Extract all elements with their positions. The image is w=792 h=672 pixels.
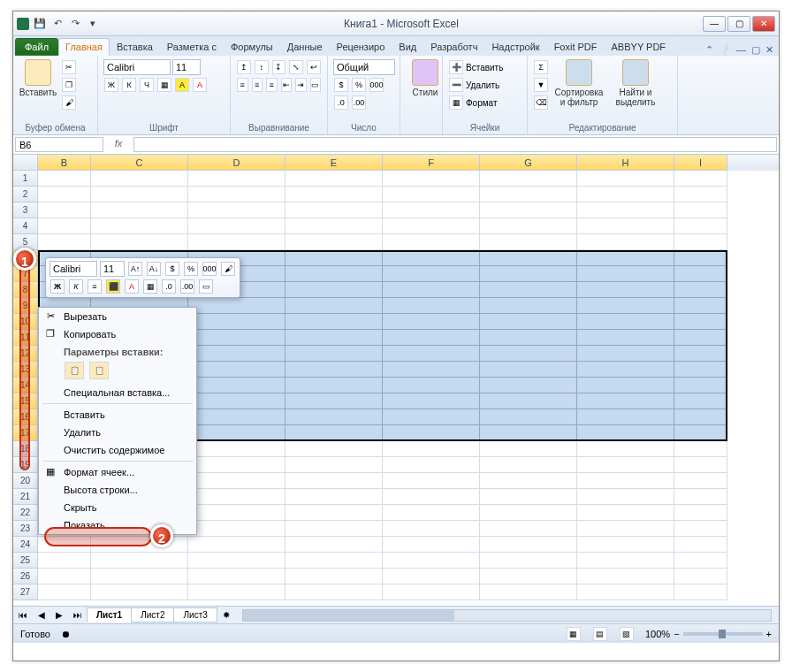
cell[interactable] [91,584,188,600]
merge-icon[interactable]: ▭ [310,78,322,92]
help-icon[interactable]: ❔ [719,44,731,56]
cell[interactable] [188,187,286,202]
mini-border-icon[interactable]: ▦ [143,279,157,294]
cell[interactable] [383,330,480,346]
cell[interactable] [91,187,188,202]
currency-icon[interactable]: $ [334,78,348,92]
ctx-copy[interactable]: ❐Копировать [39,325,196,343]
zoom-in-icon[interactable]: + [766,629,772,639]
new-sheet-icon[interactable]: ✸ [217,610,235,620]
fill-color-icon[interactable]: A [175,78,189,92]
cell[interactable] [577,457,674,473]
cell[interactable] [480,378,577,393]
mini-fontcolor-icon[interactable]: A [125,279,139,294]
cell[interactable] [38,234,91,250]
cells-insert-icon[interactable]: ➕ [449,60,463,74]
cell[interactable] [383,425,480,441]
row-header[interactable]: 21 [13,489,38,505]
cell[interactable] [480,250,577,266]
sheet-nav-prev-icon[interactable]: ◀ [33,610,50,620]
zoom-control[interactable]: 100% − + [645,629,772,639]
cell[interactable] [286,441,383,457]
cell[interactable] [577,553,674,569]
cell[interactable] [577,362,674,378]
cell[interactable] [286,346,383,362]
cell[interactable] [674,457,727,473]
cell[interactable] [577,314,674,330]
tab-layout[interactable]: Разметка с [160,38,224,56]
font-size-combo[interactable]: 11 [172,59,201,75]
cell[interactable] [383,409,480,425]
cell[interactable] [480,362,577,378]
cell[interactable] [674,584,727,600]
tab-dev[interactable]: Разработч [423,38,484,56]
cell[interactable] [383,202,480,218]
formula-input[interactable] [133,137,777,152]
cell[interactable] [674,282,727,298]
comma-icon[interactable]: 000 [369,78,384,92]
cell[interactable] [188,202,286,218]
sheet-tab-3[interactable]: Лист3 [173,607,217,622]
row-header[interactable]: 3 [13,202,38,218]
cell[interactable] [188,521,286,537]
cell[interactable] [383,362,480,378]
cell[interactable] [674,187,727,202]
cell[interactable] [286,298,383,314]
close-button[interactable]: ✕ [752,16,775,32]
tab-data[interactable]: Данные [280,38,330,56]
cell[interactable] [480,409,577,425]
number-format-combo[interactable]: Общий [333,59,395,75]
cell[interactable] [674,171,727,187]
minimize-button[interactable]: — [703,16,726,32]
sheet-nav-last-icon[interactable]: ⏭ [68,610,88,620]
cell[interactable] [480,425,577,441]
ctx-delete[interactable]: Удалить [39,424,196,441]
cell[interactable] [286,489,383,505]
cells-delete-button[interactable]: Удалить [466,80,499,90]
cell[interactable] [383,298,480,314]
cell[interactable] [286,171,383,187]
cell[interactable] [480,298,577,314]
cell[interactable] [286,362,383,378]
sheet-nav-first-icon[interactable]: ⏮ [13,610,33,620]
cell[interactable] [577,521,674,537]
cells-delete-icon[interactable]: ➖ [449,78,463,92]
cell[interactable] [383,521,480,537]
align-mid-icon[interactable]: ↕ [255,60,269,74]
cell[interactable] [674,298,727,314]
cell[interactable] [188,218,286,234]
view-normal-icon[interactable]: ▦ [567,627,581,641]
cell[interactable] [480,489,577,505]
align-left-icon[interactable]: ≡ [237,78,248,92]
mini-bold-icon[interactable]: Ж [50,279,65,294]
cell[interactable] [188,234,286,250]
cell[interactable] [286,553,383,569]
cell[interactable] [286,202,383,218]
fx-icon[interactable]: fx [105,135,132,154]
cell[interactable] [383,441,480,457]
sheet-tab-1[interactable]: Лист1 [87,607,132,622]
underline-button[interactable]: Ч [140,78,154,92]
cell[interactable] [286,282,383,298]
mini-shrink-icon[interactable]: A↓ [147,262,161,276]
dec-inc-icon[interactable]: .0 [334,95,348,110]
cells-insert-button[interactable]: Вставить [466,63,503,73]
cell[interactable] [674,425,727,441]
cell[interactable] [91,553,188,569]
cell[interactable] [674,266,727,282]
align-center-icon[interactable]: ≡ [252,78,263,92]
mini-percent-icon[interactable]: % [184,262,198,276]
clear-icon[interactable]: ⌫ [534,95,548,110]
cell[interactable] [383,569,480,584]
cell[interactable] [383,234,480,250]
col-header-E[interactable]: E [286,155,383,171]
cell[interactable] [480,314,577,330]
bold-button[interactable]: Ж [104,78,118,92]
qat-customize-icon[interactable]: ▾ [86,17,100,31]
cell[interactable] [91,202,188,218]
cell[interactable] [674,330,727,346]
cell[interactable] [674,489,727,505]
cell[interactable] [480,569,577,584]
cell[interactable] [286,409,383,425]
cell[interactable] [383,171,480,187]
